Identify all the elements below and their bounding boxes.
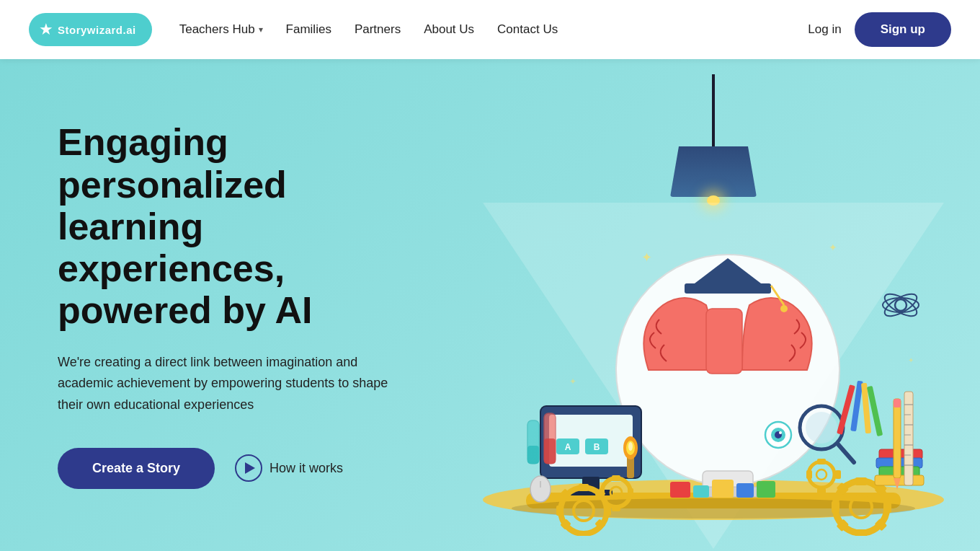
- svg-text:✦: ✦: [569, 376, 576, 387]
- svg-rect-58: [894, 399, 901, 478]
- svg-point-69: [895, 299, 906, 311]
- logo[interactable]: ★ Storywizard.ai: [29, 13, 152, 46]
- svg-point-10: [780, 305, 788, 312]
- logo-star-icon: ★: [39, 20, 53, 39]
- hero-section: Engaging personalized learning experienc…: [0, 0, 980, 551]
- hero-title: Engaging personalized learning experienc…: [58, 121, 404, 331]
- hero-cta-row: Create a Story How it works: [58, 448, 404, 489]
- svg-rect-25: [556, 506, 564, 516]
- svg-rect-41: [832, 501, 839, 513]
- svg-rect-60: [894, 399, 901, 407]
- nav-link-families[interactable]: Families: [286, 22, 331, 37]
- play-icon: [235, 454, 262, 482]
- svg-rect-34: [612, 506, 620, 511]
- svg-rect-88: [736, 483, 754, 498]
- nav-link-contact-us[interactable]: Contact Us: [497, 22, 558, 37]
- svg-text:✦: ✦: [908, 356, 914, 364]
- svg-rect-4: [706, 309, 742, 374]
- svg-rect-85: [670, 482, 690, 498]
- svg-text:A: A: [565, 442, 571, 452]
- svg-text:B: B: [594, 442, 600, 452]
- create-story-button[interactable]: Create a Story: [58, 448, 215, 489]
- svg-point-80: [628, 442, 633, 451]
- nav-left: ★ Storywizard.ai Teachers Hub ▾ Families…: [29, 13, 558, 46]
- svg-rect-99: [835, 470, 841, 479]
- nav-link-partners[interactable]: Partners: [355, 22, 401, 37]
- hero-illustration: A B: [447, 74, 980, 536]
- svg-rect-40: [855, 529, 867, 536]
- svg-rect-24: [579, 531, 589, 536]
- hero-subtitle: We're creating a direct link between ima…: [58, 352, 404, 416]
- svg-rect-52: [527, 446, 539, 464]
- svg-rect-54: [544, 438, 556, 464]
- svg-rect-23: [579, 484, 589, 491]
- svg-rect-42: [883, 501, 891, 513]
- svg-text:✦: ✦: [829, 242, 837, 253]
- login-link[interactable]: Log in: [808, 22, 841, 37]
- nav-links: Teachers Hub ▾ Families Partners About U…: [179, 22, 558, 37]
- svg-point-95: [816, 470, 827, 480]
- svg-rect-87: [712, 480, 734, 498]
- nav-right: Log in Sign up: [808, 12, 951, 47]
- svg-rect-36: [628, 488, 633, 497]
- svg-rect-86: [693, 485, 709, 498]
- svg-rect-89: [757, 481, 775, 498]
- nav-link-teachers-hub[interactable]: Teachers Hub ▾: [179, 22, 263, 37]
- how-it-works-link[interactable]: How it works: [235, 454, 343, 482]
- svg-rect-35: [599, 488, 605, 497]
- svg-rect-33: [612, 475, 620, 481]
- svg-rect-39: [855, 477, 867, 485]
- nav-link-about-us[interactable]: About Us: [424, 22, 474, 37]
- svg-point-56: [806, 412, 837, 444]
- chevron-down-icon: ▾: [259, 25, 263, 35]
- hero-content: Engaging personalized learning experienc…: [0, 78, 447, 532]
- logo-text: Storywizard.ai: [58, 24, 136, 36]
- svg-rect-96: [817, 459, 826, 464]
- hero-scene-svg: A B: [468, 118, 958, 536]
- svg-point-19: [530, 476, 551, 502]
- play-triangle-icon: [245, 462, 255, 474]
- how-it-works-label: How it works: [270, 461, 343, 476]
- svg-point-76: [779, 431, 782, 434]
- svg-rect-98: [806, 470, 812, 479]
- svg-rect-61: [904, 392, 913, 485]
- svg-text:✦: ✦: [641, 250, 652, 265]
- svg-line-57: [838, 444, 854, 462]
- svg-rect-97: [817, 488, 826, 494]
- navbar: ★ Storywizard.ai Teachers Hub ▾ Families…: [0, 0, 980, 59]
- signup-button[interactable]: Sign up: [855, 12, 951, 47]
